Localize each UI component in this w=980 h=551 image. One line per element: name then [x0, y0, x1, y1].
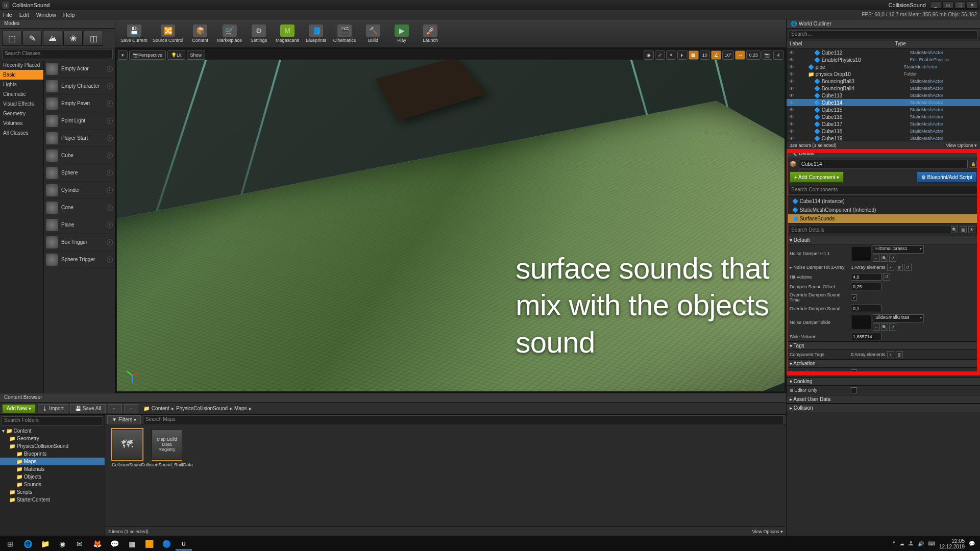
hit1-thumbnail[interactable]	[851, 246, 871, 261]
place-actor-point-light[interactable]: Point Lighti	[44, 112, 115, 130]
viewport-scene[interactable]: surface sounds that mix with the objects…	[117, 60, 785, 391]
modes-search-input[interactable]: Search Classes	[2, 49, 113, 59]
hit1-use-icon[interactable]: ←	[873, 255, 880, 262]
breadcrumb[interactable]: 📁 Content ▸ PhysicsCollisionSound ▸ Maps…	[143, 406, 252, 411]
viewport-show-button[interactable]: Show	[187, 51, 206, 60]
add-new-button[interactable]: Add New ▾	[2, 404, 36, 413]
folder-physicscollisionsound[interactable]: 📁 PhysicsCollisionSound	[0, 442, 105, 450]
modes-category-visual-effects[interactable]: Visual Effects	[0, 99, 43, 109]
slide-browse-icon[interactable]: 🔍	[881, 323, 888, 331]
details-eye-icon[interactable]: 👁	[968, 226, 975, 233]
visibility-icon[interactable]: 👁	[789, 57, 795, 63]
place-actor-sphere[interactable]: Spherei	[44, 164, 115, 182]
modes-category-cinematic[interactable]: Cinematic	[0, 89, 43, 99]
folder-scripts[interactable]: 📁 Scripts	[0, 488, 105, 496]
info-icon[interactable]: i	[107, 205, 113, 211]
tags-add-icon[interactable]: +	[887, 351, 894, 358]
visibility-icon[interactable]: 👁	[789, 79, 795, 84]
section-activation[interactable]: ▾ Activation	[787, 359, 980, 368]
window-maximize-button[interactable]: □	[954, 2, 966, 9]
save-all-button[interactable]: 💾 Save All	[70, 404, 106, 413]
toolbar-source-control-button[interactable]: 🔀Source Control	[151, 21, 185, 46]
dampen-offset-input[interactable]	[851, 283, 881, 290]
modes-category-volumes[interactable]: Volumes	[0, 118, 43, 128]
breadcrumb-physicscollisionsound[interactable]: PhysicsCollisionSound	[176, 406, 228, 411]
viewport-options-dropdown[interactable]: ▾	[118, 51, 128, 60]
start-button[interactable]: ⊞	[2, 537, 18, 550]
info-icon[interactable]: i	[107, 257, 113, 263]
info-icon[interactable]: i	[107, 118, 113, 124]
viewport-scale-snap-value[interactable]: 0,25	[746, 51, 761, 60]
visibility-icon[interactable]: 👁	[789, 100, 795, 106]
place-actor-cone[interactable]: Conei	[44, 199, 115, 216]
visibility-icon[interactable]: 👁	[789, 71, 795, 77]
folder-objects[interactable]: 📁 Objects	[0, 473, 105, 481]
place-actor-cube[interactable]: Cubei	[44, 147, 115, 164]
menu-file[interactable]: File	[3, 12, 12, 18]
info-icon[interactable]: i	[107, 135, 113, 141]
asset-collisionsound[interactable]: 🗺CollisionSound	[109, 429, 145, 522]
menu-window[interactable]: Window	[36, 12, 56, 18]
slide-use-icon[interactable]: ←	[873, 323, 880, 331]
outliner-row-bouncingball3[interactable]: 👁🔷 BouncingBall3StaticMeshActor	[787, 78, 980, 85]
place-actor-empty-pawn[interactable]: Empty Pawni	[44, 95, 115, 112]
taskbar-app3-icon[interactable]: 🔵	[158, 537, 175, 550]
viewport-angle-snap-toggle[interactable]: ∠	[711, 51, 721, 60]
level-viewport[interactable]: ▾ 📷 Perspective 💡 Lit Show ◉ ⤢ ✦ ⏵ ▦ 10 …	[115, 48, 786, 393]
taskbar-unreal-icon[interactable]: u	[176, 537, 192, 550]
filters-button[interactable]: ▼ Filters ▾	[107, 415, 141, 424]
visibility-icon[interactable]: 👁	[789, 129, 795, 134]
mode-foliage-icon[interactable]: ❀	[63, 31, 83, 46]
folder-startercontent[interactable]: 📁 StarterContent	[0, 496, 105, 504]
visibility-icon[interactable]: 👁	[789, 64, 795, 70]
visibility-icon[interactable]: 👁	[789, 107, 795, 113]
info-icon[interactable]: i	[107, 66, 113, 72]
folder-content[interactable]: ▾ 📁 Content	[0, 427, 105, 435]
visibility-icon[interactable]: 👁	[789, 93, 795, 98]
tray-up-icon[interactable]: ^	[893, 541, 895, 546]
component-surfacesounds[interactable]: 🔷 SurfaceSounds	[788, 214, 978, 223]
slide-asset-dropdown[interactable]: SlideSmallGrass	[873, 314, 924, 322]
place-actor-sphere-trigger[interactable]: Sphere Triggeri	[44, 251, 115, 268]
viewport-grid-snap-value[interactable]: 10	[700, 51, 710, 60]
place-actor-empty-actor[interactable]: Empty Actori	[44, 60, 115, 78]
info-icon[interactable]: i	[107, 187, 113, 193]
slide-thumbnail[interactable]	[851, 315, 871, 330]
visibility-icon[interactable]: 👁	[789, 121, 795, 127]
details-search-icon[interactable]: 🔍	[951, 226, 958, 233]
breadcrumb-content[interactable]: Content	[152, 406, 169, 411]
viewport-lit-button[interactable]: 💡 Lit	[167, 51, 185, 60]
toolbar-content-button[interactable]: 📦Content	[186, 21, 214, 46]
breadcrumb-maps[interactable]: Maps	[234, 406, 247, 411]
folder-geometry[interactable]: 📁 Geometry	[0, 435, 105, 442]
window-restore-button[interactable]: ▭	[942, 2, 953, 9]
window-minimize-button[interactable]: _	[930, 2, 941, 9]
outliner-row-physics drop10[interactable]: 👁📁 physics Drop10Folder	[787, 70, 980, 78]
hit1-browse-icon[interactable]: 🔍	[881, 255, 888, 262]
actor-name-input[interactable]	[799, 160, 968, 168]
toolbar-blueprints-button[interactable]: 📘Blueprints	[302, 21, 330, 46]
override-sound-input[interactable]	[851, 305, 881, 312]
viewport-angle-snap-value[interactable]: 10°	[722, 51, 734, 60]
folder-sounds[interactable]: 📁 Sounds	[0, 481, 105, 488]
visibility-icon[interactable]: 👁	[789, 50, 795, 56]
blueprint-add-script-button[interactable]: ⚙ Blueprint/Add Script	[917, 171, 977, 183]
details-tab[interactable]: 🔧 Details	[787, 149, 980, 158]
auto-activate-checkbox[interactable]	[851, 369, 857, 375]
section-default[interactable]: ▾ Default	[787, 236, 980, 244]
component-tree[interactable]: 🔷 Cube114 (Instance) 🔷 StaticMeshCompone…	[788, 196, 979, 223]
toolbar-megascans-button[interactable]: MMegascans	[274, 21, 301, 46]
add-component-button[interactable]: + Add Component ▾	[790, 171, 844, 183]
place-actor-box-trigger[interactable]: Box Triggeri	[44, 234, 115, 251]
history-fwd-button[interactable]: →	[124, 404, 138, 413]
info-icon[interactable]: i	[107, 170, 113, 176]
details-search-input[interactable]: Search Details 🔍 ▦ 👁	[789, 225, 978, 234]
outliner-search-input[interactable]: Search...	[789, 30, 978, 39]
component-cube114-instance-[interactable]: 🔷 Cube114 (Instance)	[788, 197, 978, 206]
asset-search-input[interactable]: Search Maps	[143, 415, 784, 424]
taskbar-app2-icon[interactable]: 🟧	[141, 537, 157, 550]
array-clear-icon[interactable]: 🗑	[896, 264, 903, 271]
viewport-camera-speed-icon[interactable]: 📷	[762, 51, 772, 60]
system-clock[interactable]: 22:0512.12.2019	[939, 538, 965, 549]
toolbar-cinematics-button[interactable]: 🎬Cinematics	[331, 21, 358, 46]
